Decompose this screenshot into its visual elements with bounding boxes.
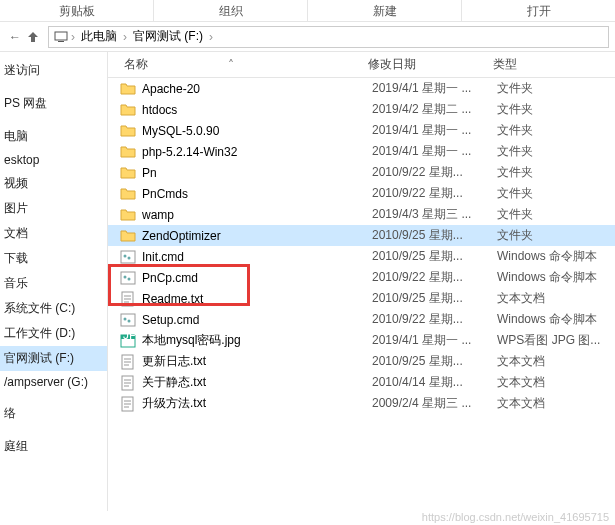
- file-row[interactable]: php-5.2.14-Win322019/4/1 星期一 ...文件夹: [108, 141, 615, 162]
- sidebar-item[interactable]: 文档: [0, 221, 107, 246]
- file-name: PnCp.cmd: [142, 271, 198, 285]
- sidebar-item[interactable]: 图片: [0, 196, 107, 221]
- sidebar-item[interactable]: PS 网盘: [0, 91, 107, 116]
- file-row[interactable]: htdocs2019/4/2 星期二 ...文件夹: [108, 99, 615, 120]
- txt-icon: [120, 354, 136, 370]
- file-row[interactable]: Init.cmd2010/9/25 星期...Windows 命令脚本: [108, 246, 615, 267]
- file-row[interactable]: Apache-202019/4/1 星期一 ...文件夹: [108, 78, 615, 99]
- sidebar-item[interactable]: 音乐: [0, 271, 107, 296]
- chevron-right-icon: ›: [207, 30, 215, 44]
- sidebar-item[interactable]: 迷访问: [0, 58, 107, 83]
- file-row[interactable]: Setup.cmd2010/9/22 星期...Windows 命令脚本: [108, 309, 615, 330]
- file-name: Readme.txt: [142, 292, 203, 306]
- folder-icon: [120, 81, 136, 97]
- file-date: 2009/2/4 星期三 ...: [372, 395, 497, 412]
- file-row[interactable]: 关于静态.txt2010/4/14 星期...文本文档: [108, 372, 615, 393]
- file-row[interactable]: ZendOptimizer2010/9/25 星期...文件夹: [108, 225, 615, 246]
- file-date: 2010/9/22 星期...: [372, 164, 497, 181]
- sidebar-item[interactable]: 工作文件 (D:): [0, 321, 107, 346]
- folder-icon: [120, 228, 136, 244]
- watermark: https://blog.csdn.net/weixin_41695715: [422, 511, 609, 523]
- jpg-icon: JPG: [120, 333, 136, 349]
- file-type: 文本文档: [497, 395, 545, 412]
- file-name: MySQL-5.0.90: [142, 124, 219, 138]
- svg-point-4: [128, 256, 131, 259]
- file-date: 2010/9/22 星期...: [372, 185, 497, 202]
- breadcrumb[interactable]: › 此电脑 › 官网测试 (F:) ›: [48, 26, 609, 48]
- file-type: 文件夹: [497, 164, 533, 181]
- file-date: 2019/4/1 星期一 ...: [372, 332, 497, 349]
- folder-icon: [120, 123, 136, 139]
- file-name: 关于静态.txt: [142, 374, 206, 391]
- file-row[interactable]: 更新日志.txt2010/9/25 星期...文本文档: [108, 351, 615, 372]
- sort-asc-icon: ˄: [228, 58, 234, 72]
- file-type: 文本文档: [497, 290, 545, 307]
- cmd-icon: [120, 249, 136, 265]
- file-type: 文件夹: [497, 143, 533, 160]
- file-name: Apache-20: [142, 82, 200, 96]
- file-row[interactable]: 升级方法.txt2009/2/4 星期三 ...文本文档: [108, 393, 615, 414]
- ribbon-clipboard[interactable]: 剪贴板: [0, 0, 154, 21]
- file-name: Setup.cmd: [142, 313, 199, 327]
- crumb-drive[interactable]: 官网测试 (F:): [129, 28, 207, 45]
- sidebar-item[interactable]: esktop: [0, 149, 107, 171]
- ribbon: 剪贴板 组织 新建 打开: [0, 0, 615, 22]
- svg-point-14: [128, 319, 131, 322]
- file-name: PnCmds: [142, 187, 188, 201]
- sidebar-item[interactable]: 电脑: [0, 124, 107, 149]
- ribbon-open[interactable]: 打开: [462, 0, 615, 21]
- file-date: 2010/9/25 星期...: [372, 248, 497, 265]
- file-row[interactable]: MySQL-5.0.902019/4/1 星期一 ...文件夹: [108, 120, 615, 141]
- sidebar-item[interactable]: /ampserver (G:): [0, 371, 107, 393]
- file-date: 2019/4/3 星期三 ...: [372, 206, 497, 223]
- file-date: 2010/9/25 星期...: [372, 290, 497, 307]
- sidebar-item[interactable]: 络: [0, 401, 107, 426]
- txt-icon: [120, 375, 136, 391]
- sidebar-item[interactable]: 官网测试 (F:): [0, 346, 107, 371]
- file-type: 文件夹: [497, 80, 533, 97]
- folder-icon: [120, 102, 136, 118]
- file-type: 文件夹: [497, 227, 533, 244]
- file-row[interactable]: PnCmds2010/9/22 星期...文件夹: [108, 183, 615, 204]
- chevron-right-icon: ›: [69, 30, 77, 44]
- crumb-pc[interactable]: 此电脑: [77, 28, 121, 45]
- column-headers: 名称˄ 修改日期 类型: [108, 52, 615, 78]
- file-type: 文本文档: [497, 353, 545, 370]
- svg-rect-1: [58, 41, 64, 42]
- file-name: php-5.2.14-Win32: [142, 145, 237, 159]
- sidebar-item[interactable]: 系统文件 (C:): [0, 296, 107, 321]
- file-type: 文本文档: [497, 374, 545, 391]
- cmd-icon: [120, 270, 136, 286]
- file-row[interactable]: Readme.txt2010/9/25 星期...文本文档: [108, 288, 615, 309]
- file-row[interactable]: wamp2019/4/3 星期三 ...文件夹: [108, 204, 615, 225]
- file-name: 升级方法.txt: [142, 395, 206, 412]
- back-button[interactable]: ←: [6, 28, 24, 46]
- folder-icon: [120, 207, 136, 223]
- file-row[interactable]: PnCp.cmd2010/9/22 星期...Windows 命令脚本: [108, 267, 615, 288]
- ribbon-new[interactable]: 新建: [308, 0, 462, 21]
- col-date[interactable]: 修改日期: [368, 56, 493, 73]
- file-type: 文件夹: [497, 206, 533, 223]
- chevron-right-icon: ›: [121, 30, 129, 44]
- ribbon-organize[interactable]: 组织: [154, 0, 308, 21]
- folder-icon: [120, 165, 136, 181]
- svg-point-7: [128, 277, 131, 280]
- file-name: wamp: [142, 208, 174, 222]
- col-type[interactable]: 类型: [493, 56, 615, 73]
- file-type: 文件夹: [497, 101, 533, 118]
- file-row[interactable]: JPG本地mysql密码.jpg2019/4/1 星期一 ...WPS看图 JP…: [108, 330, 615, 351]
- up-button[interactable]: [24, 28, 42, 46]
- svg-point-6: [124, 275, 127, 278]
- txt-icon: [120, 291, 136, 307]
- file-name: Init.cmd: [142, 250, 184, 264]
- file-date: 2019/4/1 星期一 ...: [372, 80, 497, 97]
- sidebar-item[interactable]: 视频: [0, 171, 107, 196]
- file-name: Pn: [142, 166, 157, 180]
- file-row[interactable]: Pn2010/9/22 星期...文件夹: [108, 162, 615, 183]
- svg-point-13: [124, 317, 127, 320]
- sidebar-item[interactable]: 下载: [0, 246, 107, 271]
- sidebar-item[interactable]: 庭组: [0, 434, 107, 459]
- file-date: 2019/4/1 星期一 ...: [372, 143, 497, 160]
- col-name[interactable]: 名称˄: [108, 56, 368, 73]
- file-name: 更新日志.txt: [142, 353, 206, 370]
